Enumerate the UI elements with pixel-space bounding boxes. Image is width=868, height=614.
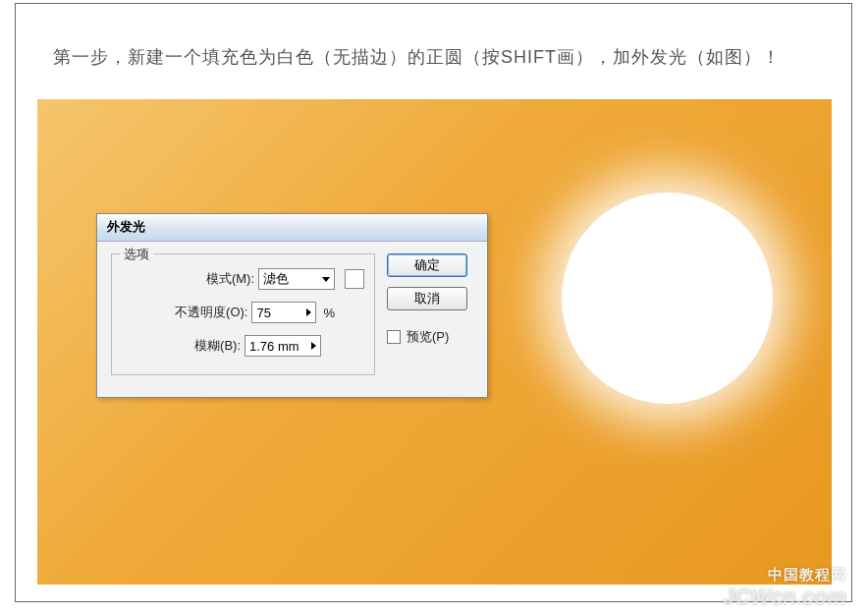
preview-checkbox[interactable] — [387, 330, 401, 344]
opacity-value: 75 — [256, 306, 270, 320]
mode-label: 模式(M): — [206, 270, 254, 288]
ok-button[interactable]: 确定 — [387, 253, 467, 277]
blur-input[interactable]: 1.76 mm — [244, 335, 321, 357]
options-fieldset: 选项 模式(M): 滤色 不透明度(O): 75 — [111, 253, 375, 375]
dialog-buttons: 确定 取消 预览(P) — [387, 253, 473, 375]
spinner-right-icon — [311, 342, 316, 350]
blur-label: 模糊(B): — [194, 337, 241, 355]
mode-value: 滤色 — [263, 270, 289, 288]
mode-row: 模式(M): 滤色 — [122, 268, 364, 290]
preview-row: 预览(P) — [387, 328, 449, 346]
instruction-text: 第一步，新建一个填充色为白色（无描边）的正圆（按SHIFT画），加外发光（如图）… — [53, 45, 781, 69]
blur-row: 模糊(B): 1.76 mm — [122, 335, 364, 357]
opacity-label: 不透明度(O): — [175, 304, 247, 321]
blur-value: 1.76 mm — [249, 339, 299, 354]
preview-label: 预览(P) — [407, 328, 449, 346]
white-circle-glow — [562, 193, 773, 404]
watermark-bottom-right: 中国教程网 JCWcn.com — [723, 566, 846, 610]
canvas-area: 外发光 选项 模式(M): 滤色 不透明度(O): — [37, 99, 832, 585]
chevron-down-icon — [322, 277, 330, 282]
opacity-unit: % — [323, 306, 335, 320]
watermark-bottom-url: JCWcn.com — [723, 585, 846, 610]
outer-glow-dialog: 外发光 选项 模式(M): 滤色 不透明度(O): — [96, 213, 488, 398]
color-swatch[interactable] — [345, 269, 364, 289]
dialog-body: 选项 模式(M): 滤色 不透明度(O): 75 — [97, 242, 487, 397]
opacity-input[interactable]: 75 — [251, 302, 316, 323]
watermark-bottom-cn: 中国教程网 — [723, 566, 846, 585]
fieldset-legend: 选项 — [120, 246, 153, 263]
spinner-right-icon — [306, 308, 311, 316]
mode-dropdown[interactable]: 滤色 — [258, 268, 335, 290]
tutorial-frame: 第一步，新建一个填充色为白色（无描边）的正圆（按SHIFT画），加外发光（如图）… — [15, 3, 852, 602]
dialog-title[interactable]: 外发光 — [97, 214, 487, 242]
cancel-button[interactable]: 取消 — [387, 287, 467, 310]
opacity-row: 不透明度(O): 75 % — [122, 302, 364, 323]
